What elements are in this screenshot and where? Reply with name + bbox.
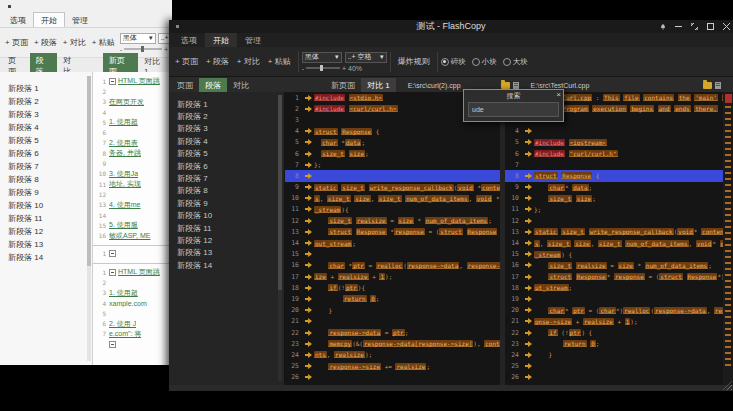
explode-rules-button[interactable]: 爆炸规则: [394, 56, 434, 67]
document-text[interactable]: 在网页开发: [109, 97, 144, 107]
paragraph-list-item[interactable]: 新段落 8: [169, 185, 284, 197]
code-token[interactable]: return: [563, 340, 587, 347]
code-token[interactable]: response->s: [467, 262, 505, 269]
document-text[interactable]: 务器, 并跳: [109, 148, 141, 158]
document-text[interactable]: 敏或ASP, ME: [109, 231, 151, 241]
code-token[interactable]: Program: [561, 105, 588, 112]
code-token[interactable]: write_response_callback: [589, 228, 674, 235]
document-text[interactable]: 地址, 实现: [109, 179, 141, 189]
titlebar[interactable]: 测试 - FlashCopy: [169, 20, 733, 33]
document-text[interactable]: 3. 使用Ja: [109, 169, 138, 179]
code-token[interactable]: response->data[response->size]: [363, 340, 473, 347]
document-text[interactable]: 4. 使用me: [109, 200, 141, 210]
code-token[interactable]: realsize: [356, 217, 387, 224]
code-token[interactable]: num_of_data_items: [405, 195, 468, 202]
add-paragraph-button[interactable]: + 段落: [202, 56, 233, 67]
slider-minus[interactable]: -: [302, 65, 304, 72]
document-text[interactable]: 2. 使用 J: [109, 319, 136, 329]
paragraph-list-item[interactable]: 新段落 13: [169, 247, 284, 259]
copy-file-icon[interactable]: [715, 82, 721, 89]
paragraph-list-item[interactable]: 新段落 7: [169, 172, 284, 184]
code-token[interactable]: This: [603, 94, 619, 101]
code-token[interactable]: void: [476, 195, 492, 202]
slider-plus[interactable]: +: [342, 65, 346, 72]
document-text[interactable]: HTML 页面跳: [118, 267, 160, 277]
code-token[interactable]: size_t: [378, 195, 402, 202]
document-text[interactable]: HTML 页面跳: [118, 76, 160, 86]
slider-track[interactable]: [124, 48, 162, 50]
code-token[interactable]: response->data: [407, 262, 460, 269]
font-select[interactable]: 黑体▾: [302, 52, 342, 63]
scrollbar-thumb[interactable]: [87, 76, 91, 266]
paragraph-list-item[interactable]: 新段落 2: [0, 95, 92, 108]
collapse-icon[interactable]: [109, 269, 116, 276]
copy-file-icon[interactable]: [513, 82, 519, 89]
code-token[interactable]: <stdio.h>: [349, 94, 384, 101]
code-token[interactable]: onse->size: [534, 318, 572, 325]
code-token[interactable]: nts: [314, 351, 327, 358]
zoom-slider[interactable]: - + 40%: [302, 65, 387, 72]
paragraph-list-item[interactable]: 新段落 13: [0, 238, 92, 251]
code-token[interactable]: size_t: [561, 228, 585, 235]
code-token[interactable]: response: [614, 273, 645, 280]
document-text[interactable]: 1. 使用超: [109, 288, 138, 298]
search-input[interactable]: ude: [468, 102, 559, 117]
code-token[interactable]: <curl/curl.h>: [349, 105, 398, 112]
font-select[interactable]: 黑体▾: [120, 33, 156, 44]
code-token[interactable]: struct: [659, 273, 683, 280]
code-token[interactable]: size: [574, 240, 590, 247]
code-token[interactable]: Response: [467, 228, 498, 235]
light-titlebar[interactable]: [0, 0, 172, 13]
code-token[interactable]: struct: [439, 228, 463, 235]
notification-icon[interactable]: [660, 23, 666, 30]
paragraph-list-item[interactable]: 新段落 8: [0, 173, 92, 186]
code-token[interactable]: size: [349, 150, 365, 157]
code-token[interactable]: ize: [314, 273, 327, 280]
expand-button[interactable]: [691, 23, 698, 30]
paragraph-list-item[interactable]: 新段落 2: [169, 110, 284, 122]
code-token[interactable]: realloc: [623, 307, 650, 314]
code-token[interactable]: size_t: [598, 240, 622, 247]
code-token[interactable]: the: [678, 94, 691, 101]
sidebar-tab-page[interactable]: 页面: [171, 78, 199, 93]
code-token[interactable]: response: [394, 228, 425, 235]
code-token[interactable]: realsize: [583, 318, 614, 325]
paragraph-list-item[interactable]: 新段落 6: [0, 147, 92, 160]
code-token[interactable]: size_t: [341, 184, 365, 191]
add-page-button[interactable]: + 页面: [171, 56, 202, 67]
code-token[interactable]: memcpy: [328, 340, 352, 347]
collapse-icon[interactable]: [109, 78, 116, 85]
scrollbar[interactable]: [87, 76, 91, 361]
code-token[interactable]: _stream: [314, 206, 341, 213]
paragraph-list-item[interactable]: 新段落 3: [0, 108, 92, 121]
code-token[interactable]: Response: [356, 228, 387, 235]
code-token[interactable]: resp: [714, 307, 723, 314]
scrollbar[interactable]: [278, 95, 282, 381]
paragraph-list-item[interactable]: 新段落 9: [0, 186, 92, 199]
code-token[interactable]: 0: [590, 340, 596, 347]
maximize-button[interactable]: [707, 23, 714, 30]
code-token[interactable]: #include: [314, 94, 345, 101]
code-token[interactable]: ptr: [345, 284, 358, 291]
code-token[interactable]: realsize: [576, 262, 607, 269]
code-token[interactable]: num_of_data_items: [645, 262, 708, 269]
code-token[interactable]: begins: [630, 105, 654, 112]
chunk-size-radio[interactable]: 小块: [472, 57, 497, 67]
code-token[interactable]: #include: [314, 105, 345, 112]
add-compare-button[interactable]: + 对比: [60, 37, 89, 48]
chunk-size-radio[interactable]: 大块: [503, 57, 528, 67]
code-token[interactable]: write_response_callback: [369, 184, 454, 191]
code-token[interactable]: s: [534, 240, 540, 247]
paragraph-list-item[interactable]: 新段落 4: [0, 121, 92, 134]
code-token[interactable]: ptr: [352, 262, 365, 269]
code-token[interactable]: 1: [379, 273, 385, 280]
code-token[interactable]: if: [548, 329, 557, 336]
code-token[interactable]: if: [328, 284, 337, 291]
code-token[interactable]: size_t: [547, 240, 571, 247]
code-token[interactable]: realsize: [338, 273, 369, 280]
paragraph-list-item[interactable]: 新段落 10: [0, 199, 92, 212]
document-text[interactable]: 2. 使用表: [109, 138, 138, 148]
code-token[interactable]: num_of_data_items: [625, 240, 688, 247]
code-token[interactable]: Response: [561, 172, 592, 179]
paragraph-list-item[interactable]: 新段落 12: [0, 225, 92, 238]
